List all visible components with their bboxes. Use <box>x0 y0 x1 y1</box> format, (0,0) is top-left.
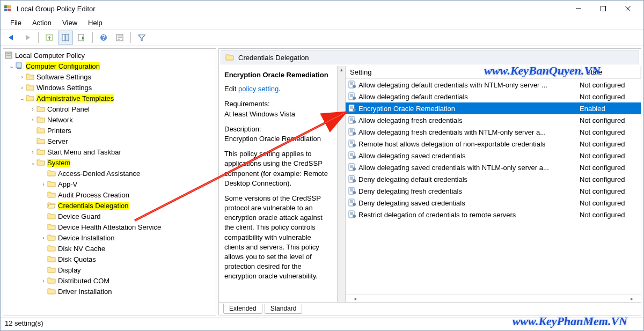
settings-list-row[interactable]: Restrict delegation of credentials to re… <box>346 209 641 220</box>
col-state[interactable]: State <box>582 66 641 78</box>
settings-list[interactable]: Allow delegating default credentials wit… <box>346 79 641 295</box>
properties-button[interactable] <box>112 31 127 45</box>
back-button[interactable] <box>4 31 19 45</box>
up-button[interactable] <box>42 31 57 45</box>
tree-software-settings[interactable]: › Software Settings <box>3 71 216 82</box>
setting-state: Not configured <box>580 81 639 89</box>
tab-standard[interactable]: Standard <box>265 304 303 314</box>
maximize-button[interactable] <box>591 1 616 17</box>
separator <box>130 32 131 43</box>
svg-point-36 <box>353 191 356 194</box>
menu-action[interactable]: Action <box>27 18 57 28</box>
folder-icon <box>36 137 45 145</box>
tree-collapse-icon[interactable]: ⌄ <box>29 159 36 166</box>
tree-expand-icon[interactable]: › <box>40 277 47 284</box>
folder-icon <box>225 53 234 62</box>
tab-extended[interactable]: Extended <box>223 304 262 314</box>
tree-pane[interactable]: Local Computer Policy ⌄ Computer Configu… <box>3 48 216 315</box>
settings-list-row[interactable]: Allow delegating default credentials wit… <box>346 79 641 91</box>
settings-list-row[interactable]: Allow delegating saved credentials with … <box>346 161 641 173</box>
folder-icon <box>47 266 56 274</box>
setting-name: Restrict delegation of credentials to re… <box>358 211 580 219</box>
splitter[interactable]: ▴ <box>337 66 346 302</box>
tree-creds-delegation[interactable]: Credentials Delegation <box>3 200 216 211</box>
tree-collapse-icon[interactable]: ⌄ <box>8 63 15 70</box>
tree-expand-icon[interactable]: › <box>40 181 47 187</box>
tree-display[interactable]: Display <box>3 264 216 275</box>
folder-icon <box>47 212 56 220</box>
tree-admin-templates[interactable]: ⌄ Administrative Templates <box>3 93 216 104</box>
tree-disk-nv[interactable]: Disk NV Cache <box>3 243 216 254</box>
filter-button[interactable] <box>134 31 149 45</box>
tree-access-denied[interactable]: Access-Denied Assistance <box>3 168 216 179</box>
tree-expand-icon[interactable]: › <box>29 116 36 123</box>
settings-list-row[interactable]: Allow delegating fresh credentials Not c… <box>346 114 641 126</box>
tree-printers[interactable]: Printers <box>3 125 216 136</box>
export-button[interactable] <box>74 31 89 45</box>
menu-help[interactable]: Help <box>83 18 108 28</box>
settings-list-row[interactable]: Deny delegating fresh credentials Not co… <box>346 185 641 197</box>
folder-icon <box>26 83 34 92</box>
settings-list-row[interactable]: Allow delegating fresh credentials with … <box>346 126 641 138</box>
scroll-right-icon[interactable]: ▸ <box>627 296 636 301</box>
setting-state: Not configured <box>580 175 639 183</box>
tree-expand-icon[interactable]: › <box>29 106 36 112</box>
tree-expand-icon[interactable]: › <box>29 149 36 155</box>
setting-state: Not configured <box>580 128 639 136</box>
tree-audit[interactable]: Audit Process Creation <box>3 189 216 200</box>
settings-list-row[interactable]: Allow delegating default credentials Not… <box>346 91 641 102</box>
settings-list-row[interactable]: Deny delegating saved credentials Not co… <box>346 197 641 209</box>
close-button[interactable] <box>616 1 640 17</box>
settings-list-row[interactable]: Allow delegating saved credentials Not c… <box>346 150 641 161</box>
tree-device-guard[interactable]: Device Guard <box>3 211 216 222</box>
tree-server[interactable]: Server <box>3 136 216 146</box>
menu-file[interactable]: File <box>5 18 27 28</box>
scroll-left-icon[interactable]: ◂ <box>350 296 360 301</box>
tree-start-menu[interactable]: ›Start Menu and Taskbar <box>3 146 216 157</box>
tree-driver-install[interactable]: Driver Installation <box>3 286 216 297</box>
horizontal-scrollbar[interactable]: ◂ ▸ <box>346 295 641 302</box>
tree-dcom[interactable]: ›Distributed COM <box>3 275 216 286</box>
tree-root[interactable]: Local Computer Policy <box>3 50 216 61</box>
policy-setting-link[interactable]: policy setting <box>238 85 279 93</box>
tree-expand-icon[interactable]: › <box>18 84 26 91</box>
tree-disk-quotas[interactable]: Disk Quotas <box>3 254 216 264</box>
tree-collapse-icon[interactable]: ⌄ <box>18 95 26 102</box>
tree-expand-icon[interactable]: › <box>18 73 26 80</box>
svg-point-40 <box>353 215 356 218</box>
svg-point-34 <box>353 179 356 182</box>
ext-para2: Some versions of the CredSSP protocol ar… <box>224 194 332 282</box>
tree-computer-config[interactable]: ⌄ Computer Configuration <box>3 61 216 71</box>
tree-windows-settings[interactable]: › Windows Settings <box>3 82 216 93</box>
tree-expand-icon[interactable]: › <box>40 234 47 241</box>
col-setting[interactable]: Setting <box>346 66 582 78</box>
menu-view[interactable]: View <box>57 18 83 28</box>
policy-icon <box>348 92 356 101</box>
tree-appv[interactable]: ›App-V <box>3 179 216 189</box>
help-button[interactable]: ? <box>96 31 111 45</box>
setting-name: Allow delegating saved credentials with … <box>358 164 580 172</box>
tree-dhas[interactable]: Device Health Attestation Service <box>3 222 216 232</box>
policy-icon <box>348 187 356 195</box>
tree-network[interactable]: ›Network <box>3 114 216 125</box>
svg-text:?: ? <box>101 33 106 41</box>
setting-name: Allow delegating fresh credentials <box>358 116 580 124</box>
separator <box>38 32 39 43</box>
settings-list-row[interactable]: Remote host allows delegation of non-exp… <box>346 138 641 150</box>
setting-name: Allow delegating default credentials <box>358 93 580 101</box>
settings-list-row[interactable]: Encryption Oracle Remediation Enabled <box>346 102 641 114</box>
folder-icon <box>26 72 34 81</box>
tree-control-panel[interactable]: ›Control Panel <box>3 104 216 114</box>
forward-button[interactable] <box>20 31 35 45</box>
folder-icon <box>47 287 56 296</box>
minimize-button[interactable] <box>566 1 591 17</box>
policy-icon <box>348 163 356 172</box>
setting-state: Not configured <box>580 187 639 195</box>
setting-name: Deny delegating default credentials <box>358 175 580 183</box>
tree-system[interactable]: ⌄System <box>3 157 216 168</box>
setting-name: Deny delegating fresh credentials <box>358 187 580 195</box>
show-hide-button[interactable] <box>58 31 73 45</box>
settings-list-row[interactable]: Deny delegating default credentials Not … <box>346 173 641 185</box>
tree-device-install[interactable]: ›Device Installation <box>3 232 216 243</box>
svg-point-24 <box>353 120 356 123</box>
